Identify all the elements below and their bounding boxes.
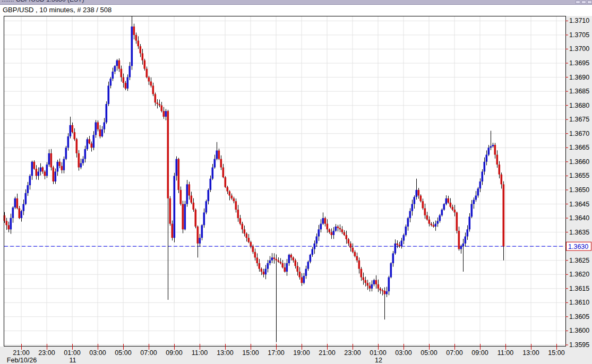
- candle: [310, 255, 312, 262]
- candle: [405, 227, 407, 235]
- candle: [146, 69, 148, 77]
- price-chart[interactable]: 1.37101.37051.37001.36951.36901.36851.36…: [0, 0, 592, 364]
- candle: [299, 272, 301, 278]
- candle: [55, 171, 57, 181]
- candle: [161, 106, 163, 111]
- candle: [59, 162, 61, 166]
- candle: [237, 210, 239, 218]
- svg-text:1.3635: 1.3635: [569, 229, 589, 236]
- candle: [76, 139, 78, 153]
- candle: [465, 237, 467, 244]
- candle: [318, 229, 320, 236]
- candle: [337, 227, 339, 228]
- candle: [65, 148, 67, 159]
- candle: [496, 155, 499, 165]
- svg-text:03:00: 03:00: [395, 349, 411, 357]
- svg-text:1.3645: 1.3645: [569, 201, 589, 208]
- current-price-value: 1.3630: [568, 243, 588, 250]
- candle: [428, 220, 431, 224]
- candle: [490, 146, 492, 148]
- candle: [191, 196, 193, 203]
- candle: [363, 278, 365, 280]
- svg-text:15:00: 15:00: [242, 349, 259, 357]
- candle: [273, 257, 276, 259]
- candle: [178, 159, 180, 190]
- candle: [250, 242, 252, 246]
- candle: [352, 248, 354, 252]
- candle: [501, 175, 503, 185]
- candle: [31, 162, 33, 176]
- candle: [399, 245, 401, 246]
- candle: [388, 278, 390, 292]
- svg-text:1.3670: 1.3670: [569, 130, 589, 137]
- chart-instrument-label: GBP/USD , 10 minutes, # 238 / 508: [3, 6, 111, 14]
- titlebar-button[interactable]: [581, 1, 586, 4]
- candle: [95, 123, 97, 135]
- candle: [205, 201, 208, 212]
- candle: [282, 263, 284, 267]
- candle: [380, 289, 382, 290]
- candle: [467, 229, 469, 236]
- candle: [225, 177, 227, 187]
- candle: [180, 190, 182, 204]
- candle: [479, 181, 482, 188]
- candle: [97, 123, 99, 129]
- candle: [239, 218, 242, 224]
- candle: [456, 212, 458, 231]
- candle: [403, 235, 405, 241]
- svg-text:11:00: 11:00: [192, 349, 208, 357]
- candle: [348, 239, 350, 244]
- svg-text:03:00: 03:00: [89, 349, 106, 357]
- candle: [361, 269, 363, 278]
- candle: [297, 266, 299, 272]
- candle: [320, 224, 322, 230]
- candle: [344, 232, 346, 235]
- candle: [123, 77, 125, 83]
- candle: [91, 143, 93, 148]
- candle: [155, 94, 157, 102]
- window-titlebar[interactable]: ....... GBP/USD 1.3630 (EST): [0, 0, 592, 5]
- candle: [443, 204, 445, 210]
- candle: [10, 218, 12, 229]
- candle: [307, 262, 310, 268]
- candle: [233, 198, 235, 201]
- candle: [84, 149, 87, 159]
- candle: [494, 145, 496, 155]
- candle: [201, 225, 203, 238]
- candle: [276, 259, 278, 261]
- candle: [367, 283, 369, 285]
- candle: [101, 129, 104, 136]
- candle: [87, 139, 89, 149]
- candle: [61, 166, 63, 170]
- candle: [42, 167, 44, 171]
- svg-text:1.3710: 1.3710: [569, 17, 589, 24]
- titlebar-button[interactable]: [587, 1, 592, 4]
- candle: [377, 284, 380, 289]
- svg-text:11:00: 11:00: [497, 349, 513, 357]
- candle: [131, 27, 133, 66]
- svg-text:1.3695: 1.3695: [569, 59, 589, 67]
- candle: [259, 263, 261, 269]
- candle: [503, 184, 505, 246]
- candle: [127, 77, 129, 89]
- titlebar-button[interactable]: [576, 1, 580, 4]
- svg-text:09:00: 09:00: [471, 349, 488, 357]
- candle: [21, 211, 23, 218]
- svg-text:1.3650: 1.3650: [569, 186, 589, 194]
- candle: [70, 125, 72, 136]
- svg-text:1.3690: 1.3690: [569, 74, 589, 81]
- current-price-label: 1.3630: [567, 242, 591, 250]
- candle: [316, 237, 318, 244]
- candle: [197, 227, 199, 244]
- chart-header: GBP/USD , 10 minutes, # 238 / 508: [0, 4, 592, 16]
- candle: [305, 269, 307, 276]
- candle: [163, 111, 165, 117]
- candle: [373, 280, 375, 284]
- candle: [74, 132, 76, 139]
- candle: [392, 253, 394, 263]
- candle: [473, 200, 475, 204]
- candle: [462, 244, 465, 246]
- candle: [286, 263, 288, 272]
- candle: [301, 278, 303, 283]
- candle: [263, 272, 265, 274]
